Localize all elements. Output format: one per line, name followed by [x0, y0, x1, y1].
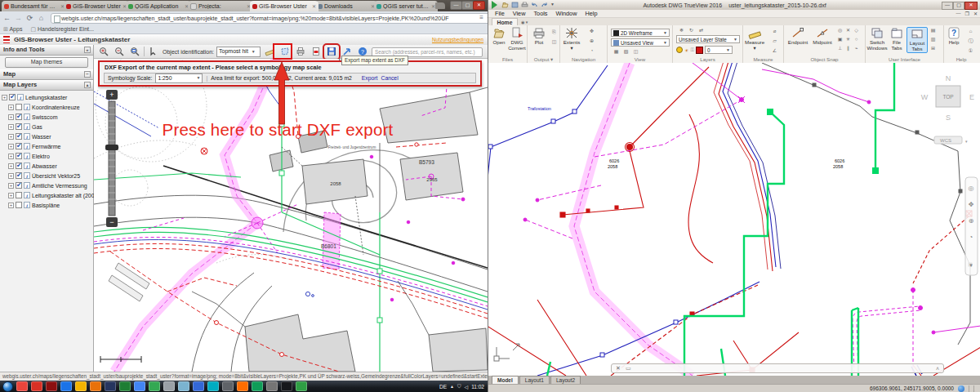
map-themes-button[interactable]: Map themes	[5, 57, 88, 68]
gis-map-canvas[interactable]: 2058 2965 B5793 B6801 Freizeit- und Juge…	[94, 59, 488, 372]
zoom-out-icon[interactable]	[113, 46, 126, 58]
measure-button[interactable]: Measure ▾	[745, 27, 764, 51]
menu-icon[interactable]: ≡	[476, 13, 487, 23]
layer-row[interactable]: + i Gas	[2, 122, 93, 131]
tab-close-icon[interactable]: ✕	[312, 3, 316, 9]
info-icon[interactable]: i	[24, 172, 30, 179]
info-icon[interactable]: i	[24, 192, 30, 198]
reload-icon[interactable]: ⟳	[24, 13, 35, 23]
snap-extension-icon[interactable]: ✳	[844, 36, 852, 42]
export-dxf-button[interactable]	[325, 46, 338, 58]
taskbar-app-icon[interactable]	[193, 381, 204, 391]
taskbar-app-icon[interactable]	[207, 381, 219, 391]
measure-length-icon[interactable]	[263, 46, 276, 58]
collapse-icon[interactable]: «	[84, 47, 91, 53]
network-icon[interactable]: ⛉	[457, 384, 461, 390]
taskbar-app-icon[interactable]	[75, 381, 87, 391]
menu-file[interactable]: File	[495, 10, 505, 17]
extents-button[interactable]: Extents ▾	[562, 27, 581, 51]
ui-clean-icon[interactable]: ⊞	[929, 45, 937, 51]
doc-close-icon[interactable]: ✕	[973, 11, 978, 16]
keyboard-language[interactable]: DE	[439, 384, 447, 390]
info-icon[interactable]: i	[24, 104, 30, 110]
menu-help[interactable]: Help	[585, 10, 597, 17]
info-icon[interactable]: i	[24, 163, 30, 169]
collapse-icon[interactable]: ▴	[84, 82, 91, 88]
plot-icon[interactable]	[521, 2, 528, 8]
layer-checkbox[interactable]	[9, 94, 16, 100]
home-icon[interactable]: ⌂	[36, 13, 47, 23]
browser-tab[interactable]: GIS-Browser Uster✕	[64, 1, 129, 11]
taskbar-app-icon[interactable]	[105, 381, 116, 391]
batch-plot-icon[interactable]: ⎘	[550, 29, 558, 35]
layer-row[interactable]: + i Übersicht Vektor25	[2, 171, 93, 180]
info-icon[interactable]: i	[24, 182, 30, 189]
layer-row[interactable]: + i Leitungskataster	[2, 92, 93, 102]
snap-center-icon[interactable]: ◎	[836, 27, 844, 33]
expander-icon[interactable]: +	[8, 154, 14, 159]
layer-color-swatch[interactable]	[696, 47, 703, 54]
viewport-icon[interactable]: ▦	[612, 48, 620, 55]
taskbar-app-icon[interactable]	[178, 381, 189, 391]
info-icon[interactable]: i	[24, 153, 30, 159]
info-icon[interactable]: i	[17, 94, 24, 100]
taskbar-app-icon[interactable]	[119, 381, 131, 391]
back-icon[interactable]: ←	[2, 13, 12, 23]
bookmark-item[interactable]: ▢ Handelsregister Eint...	[30, 26, 93, 33]
help-button[interactable]: ? Help	[946, 27, 962, 46]
tab-layout1[interactable]: Layout1	[519, 376, 550, 384]
layer-checkbox[interactable]	[16, 182, 22, 189]
taskbar-app-icon[interactable]	[252, 381, 263, 391]
close-command-icon[interactable]: ✕	[616, 365, 621, 372]
map-section-header[interactable]: Map −	[0, 69, 93, 80]
plot-button[interactable]: Plot	[529, 27, 549, 46]
map-layers-header[interactable]: Map Layers ▴	[0, 80, 93, 91]
browser-tab[interactable]: Downloads✕	[315, 1, 377, 11]
ribbon-options-icon[interactable]: ◉ ▾	[521, 20, 528, 24]
expander-icon[interactable]: +	[8, 105, 14, 110]
view-select[interactable]: Unsaved View▼	[611, 38, 670, 47]
command-line[interactable]: ✕ ▭ ˄	[611, 363, 944, 373]
layer-row[interactable]: + i Leitungskataster alt (2001)	[2, 190, 93, 200]
pan-icon[interactable]: ✥	[588, 28, 595, 34]
export-pdf-icon[interactable]	[310, 46, 323, 58]
browser-tab[interactable]: QGIS server tutor...✕	[374, 1, 438, 11]
object-id-select[interactable]: Topmost hit▼	[216, 47, 261, 57]
layer-iso-icon[interactable]: ⇄	[697, 27, 705, 33]
info-icon[interactable]: i	[24, 202, 30, 208]
layer-checkbox[interactable]	[16, 153, 22, 159]
bookmark-apps[interactable]: ⊞ Apps	[3, 26, 22, 33]
layer-select[interactable]: 0▼	[705, 46, 733, 54]
layer-row[interactable]: + i Koordinatenkreuze	[2, 102, 93, 112]
layer-checkbox[interactable]	[16, 104, 22, 110]
new-tab-button[interactable]	[435, 2, 445, 9]
zoom-icon[interactable]: ⊕	[588, 38, 595, 44]
layer-state-select[interactable]: Unsaved Layer State▼	[676, 35, 740, 43]
ui-window-icon[interactable]: ▥	[929, 36, 937, 42]
layer-checkbox[interactable]	[16, 163, 22, 169]
close-button[interactable]: ✕	[964, 2, 978, 10]
layer-checkbox[interactable]	[16, 123, 22, 130]
help-about-icon[interactable]: ①	[967, 47, 974, 54]
dwg-convert-button[interactable]: DWG Convert	[507, 27, 527, 51]
tray-expand-icon[interactable]: ▲	[450, 384, 454, 389]
scale-select[interactable]: 1:250 ▼	[155, 74, 203, 83]
expander-icon[interactable]: +	[8, 193, 14, 198]
layer-lock-icon[interactable]: ⚿	[690, 47, 694, 53]
file-tabs-button[interactable]: File Tabs	[888, 27, 906, 51]
expander-icon[interactable]: +	[8, 163, 14, 169]
browser-tab[interactable]: Bundesamt für Ra...✕	[2, 1, 67, 11]
midpoint-snap-button[interactable]: Midpoint	[810, 27, 835, 46]
layer-checkbox[interactable]	[16, 143, 22, 149]
layer-row[interactable]: + i Abwasser	[2, 161, 93, 171]
collapse-icon[interactable]: −	[84, 71, 91, 78]
named-views-icon[interactable]: ▧	[622, 48, 630, 55]
layer-row[interactable]: + i Wasser	[2, 131, 93, 141]
layer-row[interactable]: + i Fernwärme	[2, 141, 93, 151]
browser-tab[interactable]: QGIS Application✕	[126, 1, 191, 11]
taskbar-app-icon[interactable]	[149, 381, 160, 391]
menu-tools[interactable]: Tools	[533, 10, 547, 17]
export-link[interactable]: Export	[362, 75, 378, 81]
layer-row[interactable]: + i Swisscom	[2, 112, 93, 122]
taskbar-app-icon[interactable]	[237, 381, 248, 391]
